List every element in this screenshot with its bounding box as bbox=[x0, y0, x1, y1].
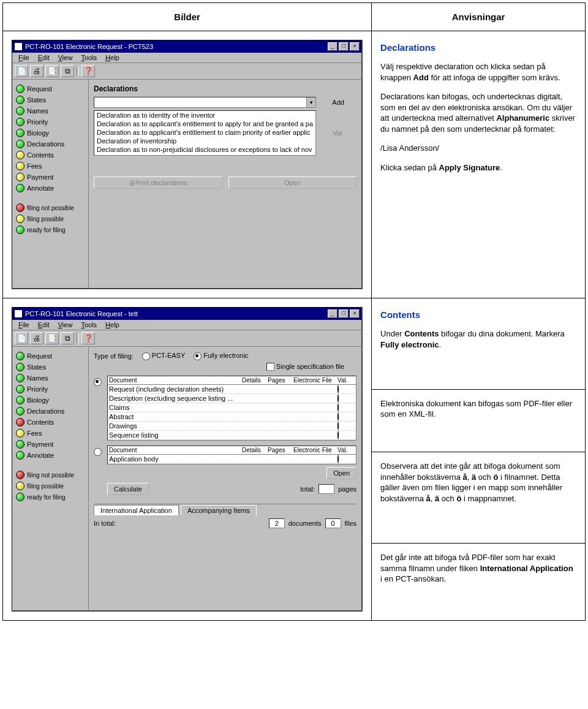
document-list-2: Document Details Pages Electronic File V… bbox=[107, 445, 356, 464]
sidebar-item-annotate[interactable]: Annotate bbox=[13, 450, 87, 461]
val-button[interactable]: Val. bbox=[320, 128, 356, 138]
radio-pcteasy[interactable]: PCT-EASY bbox=[142, 352, 185, 360]
sidebar-item-annotate[interactable]: Annotate bbox=[13, 183, 87, 194]
signature-example: /Lisa Andersson/ bbox=[380, 143, 576, 154]
checkbox-single-spec[interactable]: Single specification file bbox=[266, 363, 344, 370]
help-icon[interactable]: ❓ bbox=[81, 65, 95, 77]
status-dot-yellow bbox=[16, 173, 24, 181]
open-button[interactable]: Open bbox=[228, 176, 357, 189]
list-item[interactable]: Declaration as to applicant's entitlemen… bbox=[94, 128, 315, 137]
add-button[interactable]: Add bbox=[320, 97, 356, 107]
status-dot-green bbox=[16, 440, 24, 449]
print-icon[interactable]: 📑 bbox=[45, 65, 59, 77]
menu-view[interactable]: View bbox=[55, 53, 77, 62]
calculate-row: Calculate total: pages bbox=[94, 483, 356, 495]
minimize-button[interactable]: _ bbox=[328, 309, 337, 318]
table-row[interactable]: Sequence listing bbox=[108, 431, 356, 440]
maximize-button[interactable]: □ bbox=[339, 309, 349, 318]
window-title: PCT-RO-101 Electronic Request - tett bbox=[25, 310, 326, 317]
status-dot-green bbox=[16, 385, 24, 393]
sidebar-item-states[interactable]: States bbox=[13, 362, 87, 373]
menu-view[interactable]: View bbox=[55, 320, 77, 329]
sidebar-item-priority[interactable]: Priority bbox=[13, 384, 87, 395]
print-icon[interactable]: 📑 bbox=[45, 332, 59, 344]
window-title: PCT-RO-101 Electronic Request - PCT523 bbox=[25, 43, 326, 50]
chevron-down-icon[interactable]: ▼ bbox=[306, 97, 315, 107]
titlebar[interactable]: PCT-RO-101 Electronic Request - tett _ □… bbox=[12, 308, 361, 320]
app-window-contents: PCT-RO-101 Electronic Request - tett _ □… bbox=[12, 307, 363, 612]
list-item[interactable]: Declaration as to identity of the invent… bbox=[94, 111, 315, 119]
status-dot-green bbox=[16, 184, 24, 192]
sidebar-item-names[interactable]: Names bbox=[13, 373, 87, 384]
close-button[interactable]: × bbox=[350, 309, 360, 318]
declarations-list[interactable]: Declaration as to identity of the invent… bbox=[94, 110, 316, 156]
open-icon[interactable]: 🖨 bbox=[30, 332, 43, 344]
duplicate-icon[interactable]: ⧉ bbox=[61, 332, 74, 344]
sidebar-item-biology[interactable]: Biology bbox=[13, 127, 87, 138]
print-declarations-button[interactable]: 🖨 Print declarations bbox=[94, 176, 222, 189]
toolbar-separator bbox=[77, 333, 79, 343]
total-pages-field bbox=[318, 484, 334, 494]
maximize-button[interactable]: □ bbox=[339, 42, 349, 51]
sidebar-item-fees[interactable]: Fees bbox=[13, 161, 87, 172]
instr-contents-block4: Det går inte att bifoga två PDF-filer so… bbox=[372, 544, 586, 621]
instr-paragraph: Under Contents bifogar du dina dokument.… bbox=[380, 328, 576, 350]
sidebar-item-names[interactable]: Names bbox=[13, 105, 87, 116]
menu-file[interactable]: File bbox=[15, 53, 33, 62]
instr-contents-block3: Observera att det inte går att bifoga do… bbox=[372, 452, 586, 544]
calculate-button[interactable]: Calculate bbox=[107, 483, 149, 495]
sidebar-item-declarations[interactable]: Declarations bbox=[13, 406, 87, 417]
app-icon bbox=[14, 42, 23, 51]
duplicate-icon[interactable]: ⧉ bbox=[61, 65, 74, 77]
sidebar-item-priority[interactable]: Priority bbox=[13, 116, 87, 127]
table-row[interactable]: Abstract bbox=[108, 412, 356, 422]
open-button[interactable]: Open bbox=[326, 467, 356, 479]
declaration-select[interactable]: ▼ bbox=[94, 97, 316, 108]
list-item[interactable]: Declaration as to applicant's entitlemen… bbox=[94, 119, 315, 128]
titlebar[interactable]: PCT-RO-101 Electronic Request - PCT523 _… bbox=[12, 40, 361, 53]
table-row[interactable]: Request (including declaration sheets) bbox=[108, 385, 356, 394]
instr-paragraph: Klicka sedan på Apply Signature. bbox=[380, 162, 576, 173]
screenshot-declarations-cell: PCT-RO-101 Electronic Request - PCT523 _… bbox=[3, 31, 372, 298]
menu-help[interactable]: Help bbox=[102, 53, 123, 62]
toolbar: 📄 🖨 📑 ⧉ ❓ bbox=[12, 330, 361, 347]
new-icon[interactable]: 📄 bbox=[15, 65, 28, 77]
table-row[interactable]: Description (excluding sequence listing … bbox=[108, 394, 356, 403]
menu-edit[interactable]: Edit bbox=[34, 320, 53, 329]
status-dot-green bbox=[16, 96, 24, 104]
radio-fully-electronic[interactable]: Fully electronic bbox=[194, 352, 248, 360]
minimize-button[interactable]: _ bbox=[328, 42, 337, 51]
status-dot-red bbox=[16, 471, 24, 479]
menu-tools[interactable]: Tools bbox=[77, 320, 100, 329]
toolbar-separator bbox=[77, 66, 79, 76]
sidebar-item-declarations[interactable]: Declarations bbox=[13, 138, 87, 150]
menu-tools[interactable]: Tools bbox=[77, 53, 100, 62]
tab-international-application[interactable]: International Application bbox=[94, 505, 179, 515]
menu-help[interactable]: Help bbox=[102, 320, 123, 329]
table-row[interactable]: Application body bbox=[108, 455, 356, 464]
table-row[interactable]: Drawings bbox=[108, 422, 356, 431]
menu-edit[interactable]: Edit bbox=[34, 53, 53, 62]
radio-group-2[interactable] bbox=[94, 448, 102, 456]
table-row[interactable]: Claims bbox=[108, 403, 356, 412]
menu-file[interactable]: File bbox=[15, 320, 33, 329]
sidebar-item-payment[interactable]: Payment bbox=[13, 172, 87, 183]
toolbar: 📄 🖨 📑 ⧉ ❓ bbox=[12, 63, 361, 80]
tab-accompanying-items[interactable]: Accompanying Items bbox=[181, 505, 257, 515]
sidebar-item-contents[interactable]: Contents bbox=[13, 417, 87, 428]
sidebar-item-payment[interactable]: Payment bbox=[13, 439, 87, 450]
sidebar-item-states[interactable]: States bbox=[13, 94, 87, 105]
sidebar-item-request[interactable]: Request bbox=[13, 83, 87, 94]
status-dot-green bbox=[16, 396, 24, 404]
new-icon[interactable]: 📄 bbox=[15, 332, 28, 344]
help-icon[interactable]: ❓ bbox=[81, 332, 95, 344]
sidebar-item-biology[interactable]: Biology bbox=[13, 395, 87, 406]
list-item[interactable]: Declaration of inventorship bbox=[94, 137, 315, 145]
sidebar-item-fees[interactable]: Fees bbox=[13, 428, 87, 439]
sidebar-item-request[interactable]: Request bbox=[13, 351, 87, 362]
radio-group-1[interactable] bbox=[94, 378, 102, 386]
close-button[interactable]: × bbox=[350, 42, 360, 51]
list-item[interactable]: Declaration as to non-prejudicial disclo… bbox=[94, 145, 315, 154]
open-icon[interactable]: 🖨 bbox=[30, 65, 43, 77]
sidebar-item-contents[interactable]: Contents bbox=[13, 150, 87, 161]
